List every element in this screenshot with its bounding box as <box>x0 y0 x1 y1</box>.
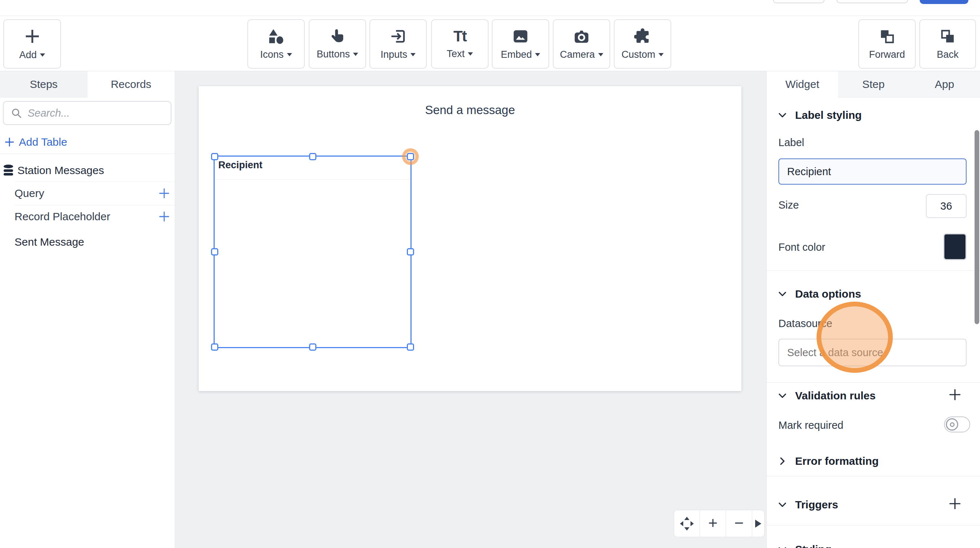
toolbar-group-camera[interactable]: Camera <box>553 19 610 68</box>
tab-records-label: Records <box>111 78 151 91</box>
image-icon <box>512 28 529 45</box>
expand-button[interactable] <box>752 510 764 537</box>
resize-handle-nw[interactable] <box>211 153 218 160</box>
table-name: Station Messages <box>18 164 104 177</box>
back-label: Back <box>937 49 959 61</box>
toolbar-group-text[interactable]: Tt Text <box>431 19 488 68</box>
top-action-button-2[interactable] <box>837 0 908 3</box>
mark-required-caption: Mark required <box>778 419 843 431</box>
group-label: Text <box>447 48 465 60</box>
resize-handle-ne[interactable] <box>407 153 414 160</box>
tab-step-label: Step <box>862 78 885 91</box>
group-label: Camera <box>560 49 595 61</box>
toolbar-group-buttons[interactable]: Buttons <box>309 19 366 68</box>
sent-message-label: Sent Message <box>14 236 84 248</box>
mark-required-toggle[interactable] <box>944 416 970 432</box>
chevron-down-icon <box>353 53 358 56</box>
zoom-out-icon: − <box>735 515 744 531</box>
canvas[interactable]: Send a message Recipient + − <box>175 71 767 548</box>
size-input[interactable] <box>926 194 967 218</box>
resize-handle-e[interactable] <box>407 248 414 255</box>
top-action-button-1[interactable] <box>773 0 824 3</box>
pan-icon <box>679 516 694 531</box>
toolbar-group-custom[interactable]: Custom <box>614 19 671 68</box>
toolbar-group-inputs[interactable]: Inputs <box>369 19 427 68</box>
add-trigger-button[interactable] <box>948 497 961 510</box>
back-button[interactable]: Back <box>920 19 976 68</box>
zoom-out-button[interactable]: − <box>726 510 752 537</box>
search-icon <box>11 108 22 118</box>
label-input[interactable] <box>778 158 967 185</box>
tab-step[interactable]: Step <box>838 71 909 97</box>
widget-toolbar: Add Icons Buttons Inputs Tt Text Embed C… <box>0 16 980 71</box>
camera-icon <box>573 28 590 45</box>
divider <box>14 205 175 206</box>
expand-icon <box>755 520 761 528</box>
resize-handle-se[interactable] <box>407 343 414 350</box>
datasource-input[interactable] <box>778 339 967 366</box>
sidebar-tabs: Steps Records <box>0 71 175 97</box>
tab-app-label: App <box>935 78 954 91</box>
group-label: Buttons <box>317 49 350 60</box>
tab-steps-label: Steps <box>30 78 58 91</box>
tab-records[interactable]: Records <box>88 71 175 97</box>
section-header-text: Error formatting <box>795 455 879 467</box>
shapes-icon <box>268 28 285 45</box>
sidebar-item-record-placeholder[interactable]: Record Placeholder <box>0 206 175 228</box>
section-data-options[interactable]: Data options <box>777 288 861 300</box>
resize-handle-s[interactable] <box>309 343 317 350</box>
group-label: Icons <box>260 49 284 61</box>
toolbar-group-icons[interactable]: Icons <box>247 19 305 68</box>
sidebar-item-station-messages[interactable]: Station Messages <box>0 160 175 181</box>
selected-widget-recipient[interactable]: Recipient <box>213 156 412 348</box>
add-query-button[interactable] <box>158 188 170 199</box>
chevron-right-icon <box>777 456 788 467</box>
resize-handle-n[interactable] <box>309 153 317 160</box>
add-table-label: Add Table <box>19 136 67 148</box>
forward-icon <box>879 28 896 45</box>
top-primary-button[interactable] <box>920 0 968 4</box>
datasource-caption: Datasource <box>778 318 832 330</box>
add-record-placeholder-button[interactable] <box>158 211 170 222</box>
add-button[interactable]: Add <box>3 19 61 68</box>
sidebar-item-sent-message[interactable]: Sent Message <box>0 231 175 253</box>
font-color-swatch[interactable] <box>943 233 967 260</box>
section-header-text: Styling <box>795 543 831 548</box>
section-label-styling[interactable]: Label styling <box>777 109 862 121</box>
chevron-down-icon <box>598 53 603 56</box>
toolbar-group-embed[interactable]: Embed <box>492 19 549 68</box>
divider <box>767 270 980 271</box>
add-table-button[interactable]: Add Table <box>4 135 67 149</box>
add-validation-rule-button[interactable] <box>948 388 961 401</box>
group-label: Inputs <box>381 49 407 61</box>
chevron-down-icon <box>410 53 415 56</box>
database-icon <box>3 164 14 177</box>
section-triggers[interactable]: Triggers <box>777 499 838 511</box>
section-styling[interactable]: Styling <box>777 543 831 548</box>
resize-handle-w[interactable] <box>211 248 218 255</box>
chevron-down-icon <box>468 53 473 56</box>
tab-widget[interactable]: Widget <box>767 71 838 97</box>
back-icon <box>939 28 956 45</box>
search-box <box>3 101 172 125</box>
puzzle-icon <box>634 28 651 45</box>
tab-app[interactable]: App <box>909 71 980 97</box>
tab-widget-label: Widget <box>785 78 819 91</box>
search-input[interactable] <box>28 107 171 119</box>
font-color-caption: Font color <box>778 241 825 253</box>
resize-handle-sw[interactable] <box>211 343 218 350</box>
chevron-down-icon <box>40 53 45 57</box>
section-validation-rules[interactable]: Validation rules <box>777 390 876 402</box>
tab-steps[interactable]: Steps <box>0 71 88 97</box>
plus-icon <box>4 137 14 147</box>
zoom-in-button[interactable]: + <box>700 510 726 537</box>
sidebar-item-query[interactable]: Query <box>0 182 175 204</box>
divider <box>0 154 175 154</box>
panel-scrollbar[interactable] <box>975 130 979 324</box>
step-title-widget[interactable]: Send a message <box>199 103 741 117</box>
pan-button[interactable] <box>674 510 700 537</box>
section-error-formatting[interactable]: Error formatting <box>777 455 879 467</box>
toggle-knob <box>946 418 958 431</box>
plus-icon <box>24 28 41 45</box>
forward-button[interactable]: Forward <box>858 19 916 68</box>
